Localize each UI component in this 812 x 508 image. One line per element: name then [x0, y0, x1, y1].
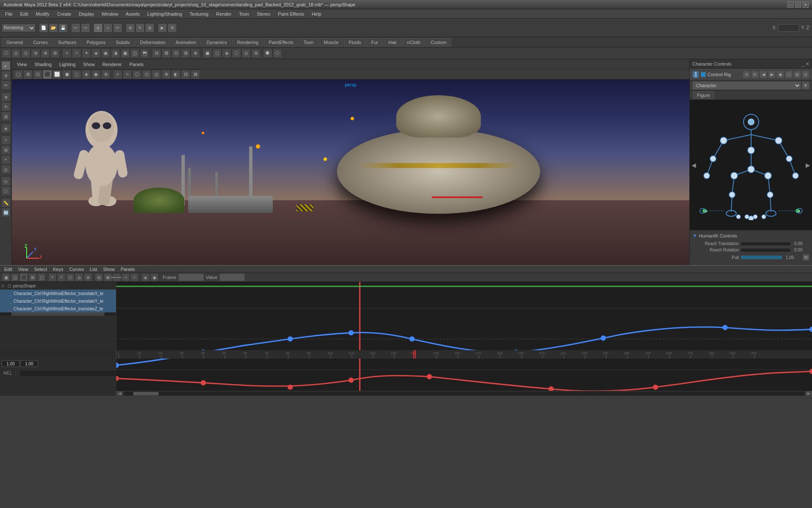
x-coord-input[interactable]: [778, 24, 799, 32]
ce-btn-stat2[interactable]: ◉: [150, 273, 159, 282]
vp-icon-7[interactable]: ◻: [72, 70, 81, 79]
icon-anim2[interactable]: ◫: [130, 49, 140, 58]
ce-btn-7[interactable]: ⌗: [57, 273, 66, 282]
vp-icon-9[interactable]: ◉: [91, 70, 101, 79]
vp-icon-15[interactable]: ◎: [152, 70, 161, 79]
show-manip-btn[interactable]: ◈: [1, 124, 11, 133]
curve-graph-viewport[interactable]: ◀ ▶: [116, 282, 812, 396]
icon-constraint4[interactable]: ⊞: [181, 49, 190, 58]
char-dropdown-arrow[interactable]: ▼: [802, 82, 809, 89]
render-current-btn[interactable]: ▶: [158, 23, 167, 33]
tab-muscle[interactable]: Muscle: [319, 38, 343, 47]
figure-tab[interactable]: Figure: [693, 91, 714, 99]
move-tool-btn[interactable]: ⊕: [1, 92, 11, 102]
vp-icon-5[interactable]: ⬜: [52, 70, 62, 79]
ce-btn-4[interactable]: ⊞: [28, 273, 37, 282]
icon-rig4[interactable]: ⬡: [232, 49, 241, 58]
history-btn[interactable]: ◷: [1, 177, 11, 186]
ce-btn-2[interactable]: ◫: [11, 273, 19, 282]
vp-icon-2[interactable]: ⊞: [23, 70, 33, 79]
icon-rig2[interactable]: ◻: [212, 49, 222, 58]
ce-btn-10[interactable]: ⊛: [84, 273, 92, 282]
ce-menu-select[interactable]: Select: [32, 266, 50, 273]
rotate-tool-btn[interactable]: ↻: [1, 102, 11, 111]
icon-constraint2[interactable]: ⊠: [162, 49, 171, 58]
menu-assets[interactable]: Assets: [122, 11, 143, 17]
vp-menu-renderer[interactable]: Renderer: [99, 61, 125, 68]
icon-skin1[interactable]: ◈: [91, 49, 101, 58]
figure-right-arrow[interactable]: ▶: [806, 162, 810, 168]
ce-btn-6[interactable]: ⌖: [48, 273, 57, 282]
vp-icon-3[interactable]: ⊡: [33, 70, 42, 79]
menu-stereo[interactable]: Stereo: [253, 11, 274, 17]
icon-camera[interactable]: ◷: [21, 49, 30, 58]
rig-icon-5[interactable]: ◆: [776, 71, 784, 78]
tab-deformation[interactable]: Deformation: [135, 38, 170, 47]
icon-skeleton2[interactable]: ⌗: [72, 49, 81, 58]
icon-select[interactable]: ⬡: [2, 49, 11, 58]
vp-icon-19[interactable]: ⊠: [191, 70, 200, 79]
tab-rendering[interactable]: Rendering: [232, 38, 263, 47]
curve-item-z[interactable]: ⎯ Character_Ctrl:RightWristEffector_tran…: [0, 305, 116, 312]
playback-start-input[interactable]: [20, 360, 38, 367]
tab-toon[interactable]: Toon: [299, 38, 318, 47]
measure-btn[interactable]: 📏: [1, 198, 11, 207]
character-figure-area[interactable]: ◀ ▶: [690, 100, 812, 230]
menu-display[interactable]: Display: [75, 11, 97, 17]
pull-button[interactable]: ⊞: [803, 254, 809, 261]
icon-constraint5[interactable]: ⊕: [191, 49, 200, 58]
ce-btn-tangent-2[interactable]: ⊸: [121, 273, 130, 282]
start-frame-input[interactable]: [2, 360, 19, 367]
ce-btn-tangent-1[interactable]: ⟵⟶: [112, 273, 121, 282]
lasso-btn[interactable]: ⌗: [103, 23, 112, 33]
vp-menu-shading[interactable]: Shading: [31, 61, 55, 68]
icon-anim1[interactable]: ▣: [121, 49, 130, 58]
ce-menu-keys[interactable]: Keys: [50, 266, 66, 273]
ce-btn-8[interactable]: ⬡: [66, 273, 74, 282]
lasso-tool-btn[interactable]: ⊕: [1, 71, 11, 80]
menu-create[interactable]: Create: [54, 11, 74, 17]
rig-icon-3[interactable]: ◀: [760, 71, 767, 78]
menu-lighting-shading[interactable]: Lighting/Shading: [144, 11, 185, 17]
minimize-button[interactable]: –: [787, 2, 793, 8]
save-file-btn[interactable]: 💾: [58, 23, 68, 33]
paint-select-btn[interactable]: ✏: [1, 80, 11, 90]
tab-painteffects[interactable]: PaintEffects: [264, 38, 298, 47]
mode-dropdown[interactable]: Rendering: [2, 24, 36, 32]
ce-btn-12[interactable]: ⊠: [104, 273, 112, 282]
vp-icon-6[interactable]: ◼: [62, 70, 71, 79]
panel-minimize-btn[interactable]: _: [801, 61, 804, 67]
ce-btn-3[interactable]: ⬛: [19, 273, 28, 282]
icon-skin2[interactable]: ◉: [101, 49, 110, 58]
snap-curve-btn[interactable]: ⌖: [1, 155, 11, 164]
vp-icon-11[interactable]: ⌖: [113, 70, 122, 79]
menu-help[interactable]: Help: [308, 11, 325, 17]
menu-render[interactable]: Render: [213, 11, 235, 17]
icon-extra1[interactable]: ⭓: [263, 49, 272, 58]
tab-general[interactable]: General: [2, 38, 27, 47]
vp-icon-13[interactable]: ⬡: [132, 70, 142, 79]
scroll-thumb[interactable]: [133, 392, 159, 395]
snap-surface-btn[interactable]: ⌗: [1, 135, 11, 145]
select-btn[interactable]: ▸: [93, 23, 103, 33]
control-rig-checkbox[interactable]: [701, 72, 706, 77]
icon-constraint3[interactable]: ⊡: [171, 49, 181, 58]
scale-tool-btn[interactable]: ⊞: [1, 112, 11, 121]
frame-input[interactable]: [178, 273, 204, 281]
icon-skin3[interactable]: ◑: [111, 49, 120, 58]
select-tool-btn[interactable]: ▸: [1, 61, 11, 70]
render-settings-btn[interactable]: ⚙: [167, 23, 177, 33]
vp-menu-show[interactable]: Show: [80, 61, 99, 68]
redo-btn[interactable]: ↪: [81, 23, 90, 33]
vp-menu-lighting[interactable]: Lighting: [56, 61, 79, 68]
vp-icon-17[interactable]: ◐: [171, 70, 181, 79]
icon-rig3[interactable]: ◈: [222, 49, 231, 58]
snap-grid-btn[interactable]: ⊞: [1, 145, 11, 155]
tab-dynamics[interactable]: Dynamics: [202, 38, 231, 47]
timeline-tick-area[interactable]: 1 10 20 30 40 50 60 70 80 90 100 110 120…: [117, 350, 812, 359]
tab-ncloth[interactable]: nCloth: [402, 38, 425, 47]
curve-item-x[interactable]: ⎯ Character_Ctrl:RightWristEffector_tran…: [0, 290, 116, 297]
vp-menu-panels[interactable]: Panels: [126, 61, 147, 68]
ce-btn-5[interactable]: ▢: [37, 273, 46, 282]
ce-menu-edit[interactable]: Edit: [2, 266, 15, 273]
